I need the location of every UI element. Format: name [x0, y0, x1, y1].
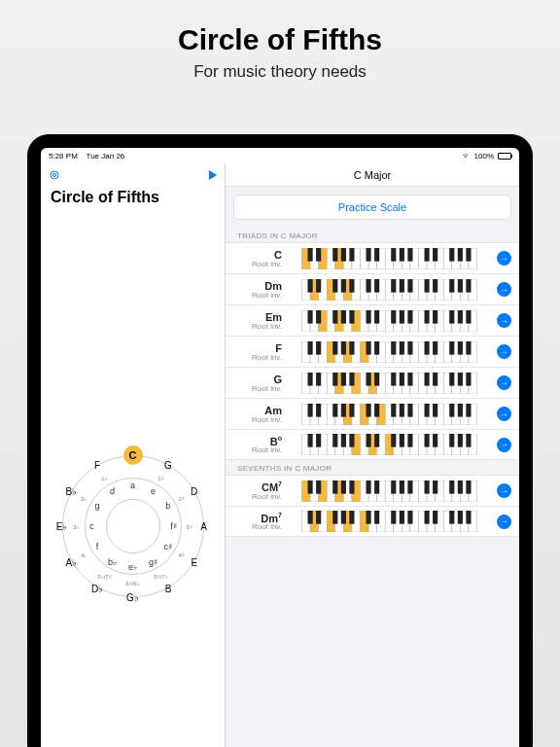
svg-rect-320: [407, 511, 412, 524]
cof-selected-key[interactable]: C: [123, 445, 143, 465]
disclosure-arrow-icon[interactable]: →: [497, 407, 511, 421]
svg-rect-132: [316, 341, 321, 355]
svg-rect-278: [341, 480, 346, 494]
cof-key-signature: 6♯/6♭: [125, 580, 139, 587]
chord-row[interactable]: F Root inv. →: [226, 336, 519, 367]
svg-rect-287: [449, 480, 454, 494]
chord-inversion: Root inv.: [235, 292, 282, 300]
svg-rect-245: [374, 434, 379, 447]
cof-minor-key[interactable]: g♯: [149, 557, 158, 567]
svg-rect-324: [458, 511, 463, 524]
cof-major-key[interactable]: G: [164, 460, 172, 471]
svg-rect-169: [332, 373, 337, 386]
disclosure-arrow-icon[interactable]: →: [497, 282, 511, 297]
svg-rect-246: [391, 434, 396, 447]
piano-keyboard: [288, 434, 491, 455]
chord-row[interactable]: G Root inv. →: [226, 367, 519, 398]
chord-row[interactable]: Dm Root inv. →: [226, 273, 519, 304]
svg-rect-103: [400, 310, 404, 324]
svg-rect-65: [374, 279, 379, 293]
svg-rect-285: [425, 480, 430, 494]
cof-minor-key[interactable]: g: [95, 501, 100, 511]
svg-rect-313: [332, 511, 337, 524]
chord-row[interactable]: Am Root inv. →: [226, 398, 519, 429]
cof-major-key[interactable]: G♭: [126, 592, 139, 603]
cof-major-key[interactable]: E♭: [56, 521, 68, 532]
cof-minor-key[interactable]: f♯: [170, 521, 177, 531]
cof-major-key[interactable]: B: [165, 583, 172, 593]
svg-rect-321: [425, 511, 430, 524]
chord-row[interactable]: Dm7 Root inv. →: [226, 506, 519, 537]
piano-keyboard: [288, 373, 491, 394]
chord-inversion: Root inv.: [235, 261, 282, 268]
status-time: 5:28 PM: [49, 152, 78, 160]
cof-minor-key[interactable]: b: [165, 501, 170, 511]
disclosure-arrow-icon[interactable]: →: [497, 438, 511, 452]
chord-row[interactable]: CM7 Root inv. →: [226, 475, 519, 506]
svg-rect-34: [433, 248, 438, 262]
cof-major-key[interactable]: F: [94, 460, 100, 471]
cof-key-signature: 3♭: [73, 523, 79, 530]
chord-row[interactable]: Em Root inv. →: [226, 304, 519, 336]
svg-rect-283: [400, 480, 404, 494]
svg-rect-281: [374, 480, 379, 494]
disclosure-arrow-icon[interactable]: →: [497, 344, 511, 359]
svg-rect-181: [466, 373, 471, 386]
svg-rect-24: [316, 248, 321, 262]
svg-rect-143: [449, 341, 454, 355]
svg-rect-63: [349, 279, 354, 293]
disclosure-arrow-icon[interactable]: →: [497, 313, 511, 328]
svg-rect-172: [367, 373, 371, 386]
svg-rect-317: [374, 511, 379, 524]
svg-rect-33: [425, 248, 430, 262]
disclosure-arrow-icon[interactable]: →: [497, 375, 511, 390]
svg-rect-168: [316, 373, 321, 386]
cof-minor-key[interactable]: e♭: [128, 562, 137, 572]
disclosure-arrow-icon[interactable]: →: [497, 251, 511, 266]
cof-key-signature: 5♭/7♯: [97, 572, 111, 579]
svg-rect-29: [374, 248, 379, 262]
cof-minor-key[interactable]: c♯: [164, 542, 173, 551]
cof-minor-key[interactable]: a: [130, 480, 135, 490]
disclosure-arrow-icon[interactable]: →: [497, 515, 511, 529]
cof-minor-key[interactable]: e: [151, 486, 156, 496]
chord-row[interactable]: C Root inv. →: [226, 242, 519, 273]
disclosure-arrow-icon[interactable]: →: [497, 483, 511, 498]
cof-major-key[interactable]: B♭: [65, 485, 77, 496]
play-button[interactable]: [209, 170, 217, 180]
svg-rect-250: [433, 434, 438, 447]
svg-rect-36: [458, 248, 463, 262]
svg-rect-280: [367, 480, 371, 494]
cof-major-key[interactable]: D: [191, 485, 197, 496]
svg-rect-242: [341, 434, 346, 447]
cof-minor-key[interactable]: c: [89, 521, 94, 531]
cof-major-key[interactable]: E: [191, 556, 197, 567]
svg-rect-27: [349, 248, 354, 262]
svg-rect-241: [332, 434, 337, 447]
circle-of-fifths[interactable]: CaG1♯eD2♯bA3♯f♯E4♯c♯B5♯/7♭g♯G♭6♯/6♭e♭D♭5…: [55, 448, 211, 604]
svg-rect-315: [349, 511, 354, 524]
practice-scale-button[interactable]: Practice Scale: [233, 195, 511, 220]
chord-name: Dm: [235, 279, 282, 292]
svg-rect-104: [407, 310, 412, 324]
svg-rect-178: [433, 373, 438, 386]
svg-rect-144: [458, 341, 463, 355]
cof-major-key[interactable]: D♭: [91, 583, 103, 593]
settings-icon[interactable]: [49, 169, 60, 181]
cof-minor-key[interactable]: b♭: [108, 557, 117, 567]
piano-keyboard: [288, 279, 491, 301]
cof-major-key[interactable]: A: [200, 521, 207, 532]
chord-row[interactable]: Bo Root inv. →: [226, 429, 519, 460]
cof-key-signature: 3♯: [186, 523, 192, 530]
svg-rect-28: [367, 248, 371, 262]
svg-rect-60: [316, 279, 321, 293]
svg-rect-97: [332, 310, 337, 324]
cof-key-signature: 4♭: [81, 551, 87, 558]
cof-minor-key[interactable]: d: [110, 486, 115, 496]
piano-keyboard: [288, 404, 491, 425]
svg-rect-106: [433, 310, 438, 324]
cof-minor-key[interactable]: f: [96, 542, 99, 551]
cof-major-key[interactable]: A♭: [65, 556, 77, 567]
svg-rect-322: [433, 511, 438, 524]
chord-name: F: [235, 341, 282, 354]
